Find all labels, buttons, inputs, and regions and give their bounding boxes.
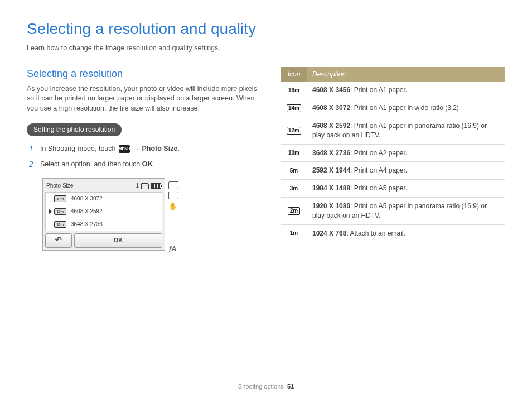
step-number: 1 (29, 144, 36, 154)
lcd-option-label: 3648 X 2736 (71, 221, 103, 228)
lcd-option-row[interactable]: 14m4608 X 3072 (46, 193, 162, 205)
table-row: 1m1024 X 768: Attach to an email. (281, 224, 505, 242)
lcd-count: 1 (136, 182, 139, 190)
step-2: 2 Select an option, and then touch OK. (29, 160, 261, 170)
resolution-glyph-icon: 10m (54, 221, 66, 228)
section-body: As you increase the resolution, your pho… (27, 84, 261, 114)
table-row: 12m4608 X 2592: Print on A1 paper in pan… (281, 117, 505, 145)
resolution-description: 3648 X 2736: Print on A2 paper. (307, 144, 505, 162)
page-number: 51 (287, 383, 294, 390)
page-footer: Shooting options 51 (0, 382, 532, 391)
resolution-table: Icon Description 16m4608 X 3456: Print o… (281, 67, 505, 243)
step-1: 1 In Shooting mode, touch MENU → Photo S… (29, 144, 261, 154)
lcd-title: Photo Size (46, 182, 73, 190)
subsection-pill: Setting the photo resolution (27, 123, 122, 136)
lcd-option-label: 4608 X 2592 (71, 208, 103, 216)
menu-icon: MENU (119, 145, 130, 153)
mode-icon (168, 181, 178, 189)
table-row: 5m2592 X 1944: Print on A4 paper. (281, 162, 505, 180)
th-icon: Icon (281, 67, 307, 82)
th-desc: Description (307, 67, 505, 82)
arrow: → (133, 145, 142, 152)
resolution-glyph-icon: 12m (287, 127, 301, 135)
caret-icon (49, 209, 52, 214)
photo-size-label: Photo Size (142, 145, 177, 152)
mode-icon (168, 192, 178, 199)
table-row: 2m1920 X 1080: Print on A5 paper in pano… (281, 198, 505, 225)
lcd-option-row[interactable]: 12m4608 X 2592 (46, 205, 162, 218)
resolution-glyph-icon: 14m (287, 104, 301, 112)
resolution-glyph-icon: 14m (54, 195, 66, 202)
resolution-description: 1920 X 1080: Print on A5 paper in panora… (307, 198, 505, 225)
lcd-option-row[interactable]: 10m3648 X 2736 (46, 218, 162, 231)
table-row: 3m1984 X 1488: Print on A5 paper. (281, 180, 505, 198)
resolution-glyph-icon: 12m (54, 208, 66, 215)
flash-mode-icon: ƒA (168, 245, 178, 253)
resolution-description: 4608 X 3456: Print on A1 paper. (307, 82, 505, 99)
back-button[interactable]: ↶ (45, 233, 72, 247)
footer-section: Shooting options (238, 383, 284, 390)
resolution-glyph-icon: 1m (288, 229, 300, 237)
resolution-description: 1984 X 1488: Print on A5 paper. (307, 180, 505, 198)
resolution-glyph-icon: 3m (288, 185, 300, 193)
ok-button[interactable]: OK (74, 233, 162, 247)
lcd-option-label: 4608 X 3072 (71, 195, 103, 203)
table-row: 16m4608 X 3456: Print on A1 paper. (281, 82, 505, 99)
step-text: In Shooting mode, touch (40, 145, 118, 152)
resolution-glyph-icon: 16m (288, 87, 300, 94)
table-row: 10m3648 X 2736: Print on A2 paper. (281, 144, 505, 162)
table-row: 14m4608 X 3072: Print on A1 paper in wid… (281, 99, 505, 117)
resolution-glyph-icon: 5m (288, 167, 300, 175)
resolution-description: 4608 X 3072: Print on A1 paper in wide r… (307, 99, 505, 117)
page-title: Selecting a resolution and quality (27, 18, 505, 41)
stabilization-icon: ✋ (168, 202, 178, 212)
resolution-description: 1024 X 768: Attach to an email. (307, 224, 505, 242)
resolution-description: 4608 X 2592: Print on A1 paper in panora… (307, 117, 505, 145)
battery-icon (151, 183, 161, 189)
resolution-description: 2592 X 1944: Print on A4 paper. (307, 162, 505, 180)
step-number: 2 (29, 160, 36, 169)
resolution-glyph-icon: 10m (288, 149, 300, 157)
section-heading: Selecting a resolution (27, 67, 261, 81)
lcd-screenshot: Photo Size 1 14m4608 X 307212m4608 X 259… (42, 178, 261, 256)
page-subtitle: Learn how to change the image resolution… (27, 44, 505, 54)
step-text: Select an option, and then touch (40, 160, 142, 168)
ok-icon: OK (142, 160, 153, 168)
resolution-glyph-icon: 2m (288, 207, 300, 215)
sd-card-icon (141, 183, 149, 189)
